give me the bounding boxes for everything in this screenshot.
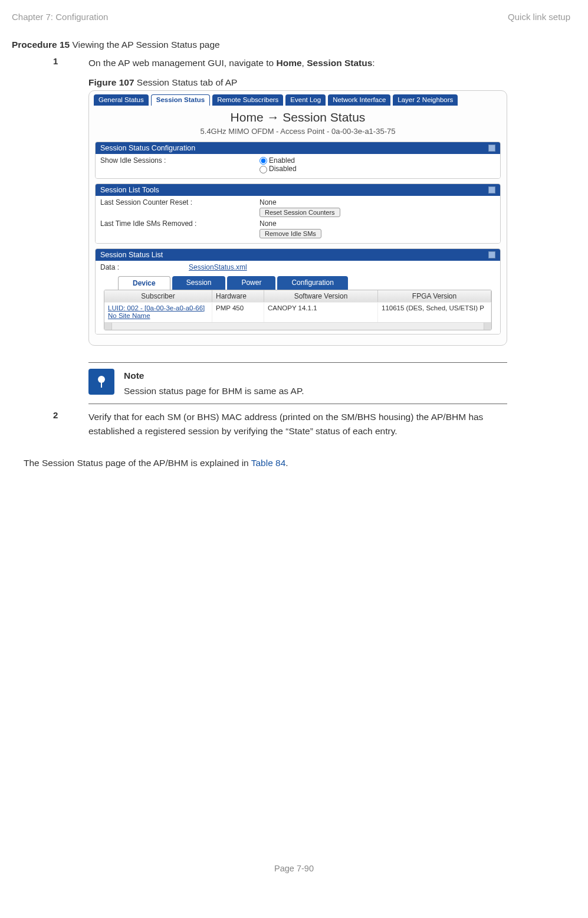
tab-session-status[interactable]: Session Status bbox=[151, 94, 210, 106]
remove-idle-button[interactable]: Remove Idle SMs bbox=[259, 229, 321, 238]
last-reset-value: None bbox=[259, 198, 495, 206]
fpga-value: 110615 (DES, Sched, US/ETSI) P bbox=[378, 302, 491, 323]
step-number: 2 bbox=[53, 410, 88, 438]
col-subscriber[interactable]: Subscriber bbox=[104, 290, 212, 302]
tab-layer2-neighbors[interactable]: Layer 2 Neighbors bbox=[393, 94, 458, 106]
step-body: On the AP web management GUI, navigate t… bbox=[88, 56, 375, 70]
table-header: Subscriber Hardware Software Version FPG… bbox=[104, 290, 491, 302]
note-body: Session status page for BHM is same as A… bbox=[124, 386, 304, 396]
procedure-label: Procedure 15 bbox=[12, 40, 70, 50]
panel-title: Session Status List bbox=[100, 251, 163, 259]
last-reset-label: Last Session Counter Reset : bbox=[100, 198, 259, 206]
note-text: Note Session status page for BHM is same… bbox=[124, 369, 304, 398]
text: , bbox=[302, 58, 307, 68]
page-footer: Page 7-90 bbox=[0, 864, 588, 873]
body-paragraph: The Session Status page of the AP/BHM is… bbox=[24, 456, 570, 470]
text: No Site Name bbox=[108, 312, 150, 319]
header-right: Quick link setup bbox=[508, 12, 570, 22]
table-row: LUID: 002 - [0a-00-3e-a0-a0-66] No Site … bbox=[104, 302, 491, 323]
radio-disabled-label[interactable]: Disabled bbox=[259, 165, 495, 173]
gui-title: Home → Session Status bbox=[91, 110, 504, 124]
tab-general-status[interactable]: General Status bbox=[94, 94, 149, 106]
step-body: Verify that for each SM (or BHS) MAC add… bbox=[88, 410, 519, 438]
collapse-icon[interactable] bbox=[488, 186, 495, 194]
last-idle-value: None bbox=[259, 219, 495, 228]
tab-remote-subscribers[interactable]: Remote Subscribers bbox=[212, 94, 283, 106]
data-label: Data : bbox=[100, 263, 189, 271]
show-idle-label: Show Idle Sessions : bbox=[100, 156, 259, 165]
tab-event-log[interactable]: Event Log bbox=[285, 94, 326, 106]
nav-home: Home bbox=[277, 58, 302, 68]
radio-enabled-label[interactable]: Enabled bbox=[259, 156, 495, 165]
hardware-value: PMP 450 bbox=[212, 302, 264, 323]
form-row: Show Idle Sessions : Enabled Disabled bbox=[100, 155, 495, 175]
nav-session-status: Session Status bbox=[307, 58, 372, 68]
text: Enabled bbox=[269, 156, 295, 165]
note-title: Note bbox=[124, 369, 304, 382]
radio-enabled[interactable] bbox=[259, 157, 267, 165]
panel-session-tools: Session List Tools Last Session Counter … bbox=[95, 183, 501, 244]
header-left: Chapter 7: Configuration bbox=[12, 12, 108, 22]
pin-icon bbox=[94, 375, 109, 389]
panel-title: Session Status Configuration bbox=[100, 144, 195, 152]
tab-row: General Status Session Status Remote Sub… bbox=[91, 94, 504, 106]
text: On the AP web management GUI, navigate t… bbox=[88, 58, 277, 68]
col-hardware[interactable]: Hardware bbox=[212, 290, 264, 302]
subscriber-link[interactable]: LUID: 002 - [0a-00-3e-a0-a0-66] No Site … bbox=[104, 302, 212, 323]
horizontal-scrollbar[interactable] bbox=[104, 322, 491, 330]
inner-tab-power[interactable]: Power bbox=[227, 276, 275, 290]
figure-label: Figure 107 bbox=[88, 77, 134, 87]
software-value: CANOPY 14.1.1 bbox=[264, 302, 378, 323]
col-fpga[interactable]: FPGA Version bbox=[378, 290, 491, 302]
form-row: Last Time Idle SMs Removed : None Remove… bbox=[100, 218, 495, 240]
figure-caption: Figure 107 Session Status tab of AP bbox=[88, 77, 570, 88]
form-row: Last Session Counter Reset : None Reset … bbox=[100, 197, 495, 218]
panel-head: Session List Tools bbox=[96, 184, 500, 196]
text: LUID: 002 - [0a-00-3e-a0-a0-66] bbox=[108, 304, 205, 312]
inner-tab-device[interactable]: Device bbox=[118, 276, 170, 290]
session-table: Subscriber Hardware Software Version FPG… bbox=[104, 290, 492, 331]
gui-subtitle: 5.4GHz MIMO OFDM - Access Point - 0a-00-… bbox=[91, 127, 504, 136]
step-2: 2 Verify that for each SM (or BHS) MAC a… bbox=[53, 410, 570, 438]
text: The Session Status page of the AP/BHM is… bbox=[24, 458, 251, 468]
step-number: 1 bbox=[53, 56, 88, 70]
collapse-icon[interactable] bbox=[488, 145, 495, 152]
figure-title: Session Status tab of AP bbox=[134, 77, 238, 87]
gui-window: General Status Session Status Remote Sub… bbox=[88, 90, 507, 346]
note-block: Note Session status page for BHM is same… bbox=[88, 362, 507, 404]
session-status-xml-link[interactable]: SessionStatus.xml bbox=[189, 263, 247, 271]
svg-rect-1 bbox=[101, 382, 102, 388]
inner-tabs: Device Session Power Configuration bbox=[118, 276, 495, 290]
page-header: Chapter 7: Configuration Quick link setu… bbox=[12, 12, 570, 22]
panel-head: Session Status Configuration bbox=[96, 142, 500, 154]
note-icon bbox=[88, 369, 114, 395]
text: . bbox=[285, 458, 288, 468]
panel-head: Session Status List bbox=[96, 249, 500, 261]
text: : bbox=[372, 58, 375, 68]
collapse-icon[interactable] bbox=[488, 251, 495, 258]
panel-session-list: Session Status List Data : SessionStatus… bbox=[95, 248, 501, 335]
form-row: Data : SessionStatus.xml bbox=[100, 262, 495, 273]
table-84-link[interactable]: Table 84 bbox=[251, 458, 286, 468]
inner-tab-session[interactable]: Session bbox=[172, 276, 226, 290]
col-software[interactable]: Software Version bbox=[264, 290, 378, 302]
panel-title: Session List Tools bbox=[100, 186, 159, 194]
reset-counters-button[interactable]: Reset Session Counters bbox=[259, 208, 340, 217]
procedure-title: Procedure 15 Viewing the AP Session Stat… bbox=[12, 40, 570, 50]
last-idle-label: Last Time Idle SMs Removed : bbox=[100, 219, 259, 228]
step-1: 1 On the AP web management GUI, navigate… bbox=[53, 56, 570, 70]
tab-network-interface[interactable]: Network Interface bbox=[328, 94, 390, 106]
panel-session-config: Session Status Configuration Show Idle S… bbox=[95, 142, 501, 179]
text: Disabled bbox=[269, 165, 297, 173]
procedure-name: Viewing the AP Session Status page bbox=[70, 40, 220, 50]
radio-disabled[interactable] bbox=[259, 166, 267, 173]
inner-tab-configuration[interactable]: Configuration bbox=[277, 276, 347, 290]
